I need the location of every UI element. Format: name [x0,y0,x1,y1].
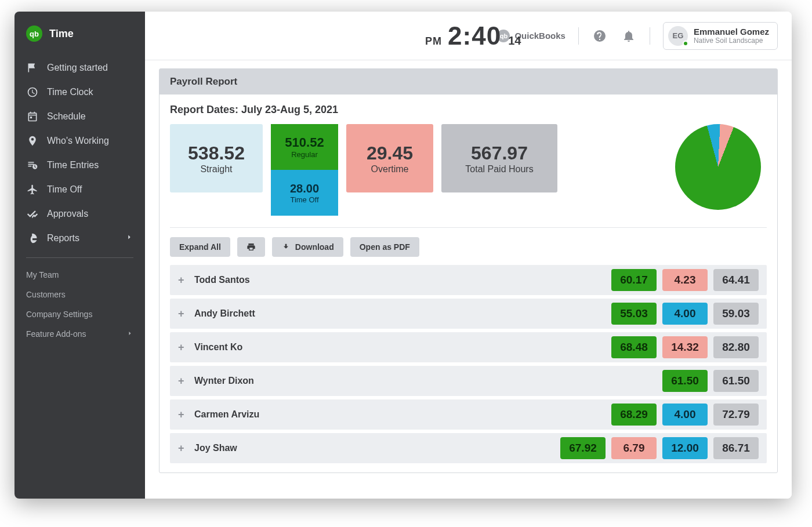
badge-overtime: 14.32 [662,336,708,358]
expand-row-icon[interactable]: + [178,442,186,455]
tile-total-label: Total Paid Hours [465,164,533,175]
tile-timeoff-label: Time Off [290,195,318,204]
sidebar-item-whos-working[interactable]: Who's Working [14,129,145,153]
badge-total: 61.50 [713,370,759,392]
brand: qb Time [14,22,145,56]
sidebar-item-time-entries[interactable]: Time Entries [14,153,145,177]
expand-row-icon[interactable]: + [178,274,186,286]
topbar-right: qb QuickBooks EG Emmanuel [497,22,778,50]
employee-rows: +Todd Santos60.174.2364.41+Andy Birchett… [170,265,767,463]
sidebar-item-getting-started[interactable]: Getting started [14,56,145,80]
row-badges: 60.174.2364.41 [611,269,759,291]
avatar: EG [668,26,688,46]
tile-overtime: 29.45 Overtime [346,124,433,192]
employee-name: Wynter Dixon [194,376,654,386]
report-toolbar: Expand All Download Open as PDF [170,237,767,257]
clock-time: 2:40 [448,21,501,50]
row-badges: 68.4814.3282.80 [611,336,759,358]
tile-timeoff: 28.00 Time Off [271,170,338,216]
sidebar-item-time-off[interactable]: Time Off [14,177,145,202]
badge-regular: 68.29 [611,404,657,426]
badge-regular: 61.50 [662,370,708,392]
download-button[interactable]: Download [272,237,343,257]
tile-overtime-label: Overtime [371,164,409,175]
topbar: PM 2:40 14 qb QuickBooks [145,12,792,60]
sidebar-sub-customers[interactable]: Customers [14,285,145,304]
table-row: +Joy Shaw67.926.7912.0086.71 [170,433,767,463]
separator [170,227,767,228]
badge-total: 64.41 [713,269,759,291]
sidebar-item-label: Getting started [47,63,133,73]
tile-regular: 510.52 Regular [271,124,338,170]
user-menu[interactable]: EG Emmanuel Gomez Native Soil Landscape [663,22,778,50]
button-label: Open as PDF [360,242,410,252]
sidebar: qb Time Getting started Time Clock Sched… [14,12,145,499]
sidebar-item-time-clock[interactable]: Time Clock [14,80,145,104]
badge-regular: 67.92 [560,437,606,459]
row-badges: 67.926.7912.0086.71 [560,437,759,459]
expand-row-icon[interactable]: + [178,409,186,421]
location-pin-icon [26,135,39,147]
notifications-button[interactable] [621,28,637,44]
badge-overtime: 4.23 [662,269,708,291]
quickbooks-label: QuickBooks [514,31,566,41]
print-button[interactable] [237,237,265,257]
table-row: +Wynter Dixon61.5061.50 [170,366,767,396]
sidebar-sub-feature-addons[interactable]: Feature Add-ons [14,324,145,344]
sidebar-sub-label: Feature Add-ons [26,329,86,339]
open-pdf-button[interactable]: Open as PDF [350,237,419,257]
tile-straight-label: Straight [200,164,232,175]
sidebar-item-label: Time Entries [47,160,133,170]
double-check-icon [26,208,39,220]
badge-overtime: 6.79 [611,437,657,459]
panel-title: Payroll Report [160,69,777,95]
employee-name: Andy Birchett [194,308,603,319]
divider [578,27,579,45]
brand-name: Time [49,28,74,40]
sidebar-item-label: Reports [47,233,117,243]
user-company: Native Soil Landscape [694,37,769,45]
expand-row-icon[interactable]: + [178,308,186,320]
pie-chart [675,124,761,210]
sidebar-item-label: Approvals [47,209,133,219]
pie-chart-icon [26,232,39,244]
divider [650,27,650,45]
table-row: +Andy Birchett55.034.0059.03 [170,299,767,329]
sidebar-sub-company-settings[interactable]: Company Settings [14,304,145,324]
sidebar-item-schedule[interactable]: Schedule [14,104,145,129]
sidebar-item-reports[interactable]: Reports [14,226,145,250]
app-frame: qb Time Getting started Time Clock Sched… [14,12,792,499]
sidebar-sub-label: Customers [26,290,66,299]
button-label: Expand All [179,242,221,252]
expand-row-icon[interactable]: + [178,375,186,387]
sidebar-item-label: Schedule [47,111,133,122]
chevron-right-icon [125,233,133,243]
user-name: Emmanuel Gomez [694,27,769,37]
badge-total: 59.03 [713,303,759,325]
content: Payroll Report Report Dates: July 23-Aug… [145,60,792,499]
bell-icon [622,29,636,43]
employee-name: Vincent Ko [194,342,603,352]
badge-regular: 60.17 [611,269,657,291]
badge-regular: 68.48 [611,336,657,358]
badge-total: 72.79 [713,404,759,426]
sidebar-item-approvals[interactable]: Approvals [14,202,145,226]
clock-icon [26,86,39,98]
row-badges: 68.294.0072.79 [611,404,759,426]
tile-straight-value: 538.52 [188,143,245,164]
list-clock-icon [26,159,39,171]
tile-regular-value: 510.52 [285,135,324,150]
sidebar-sub-label: Company Settings [26,310,92,319]
payroll-report-panel: Payroll Report Report Dates: July 23-Aug… [159,68,778,473]
sidebar-sub-my-team[interactable]: My Team [14,265,145,285]
help-icon [593,29,607,43]
employee-name: Carmen Arvizu [194,409,603,420]
brand-logo-icon: qb [26,26,42,42]
tile-total: 567.97 Total Paid Hours [441,124,557,192]
expand-row-icon[interactable]: + [178,341,186,354]
chevron-right-icon [126,329,133,339]
employee-name: Todd Santos [194,275,603,285]
calendar-icon [26,111,39,122]
expand-all-button[interactable]: Expand All [170,237,230,257]
help-button[interactable] [592,28,608,44]
